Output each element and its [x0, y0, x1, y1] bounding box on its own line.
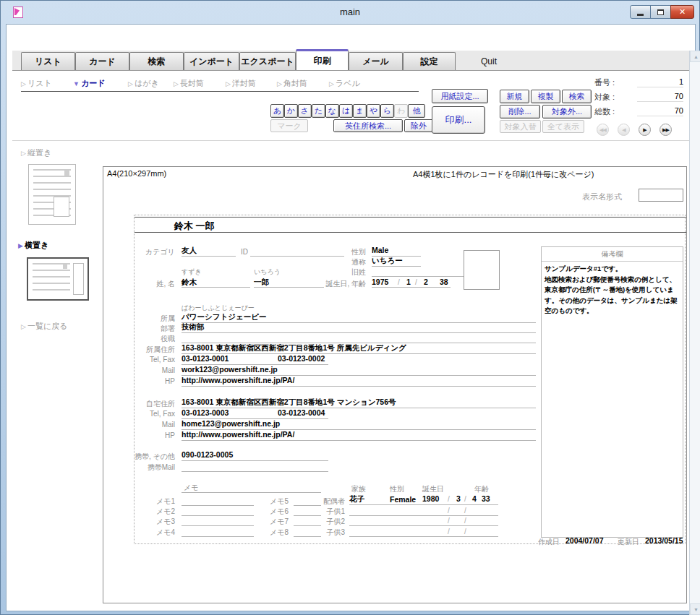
tab-settings[interactable]: 設定 [403, 52, 456, 70]
previous-record-button[interactable]: ◀ [618, 124, 630, 136]
work-address-label: 所属住所 [146, 345, 175, 355]
duplicate-record-button[interactable]: 複製 [531, 90, 560, 103]
tab-list[interactable]: リスト [21, 52, 75, 70]
print-button[interactable]: 印刷... [432, 106, 485, 134]
kana-button[interactable]: ま [353, 104, 367, 118]
subnav-hagaki[interactable]: ▷はがき [128, 78, 159, 89]
close-button[interactable]: ✕ [670, 5, 694, 19]
spouse-birth-year: 1980 [422, 494, 439, 503]
date-separator: / [448, 517, 450, 525]
tab-quit[interactable]: Quit [481, 56, 497, 66]
swap-found-set-button[interactable]: 対象入替 [500, 120, 541, 133]
record-number-value: 1 [637, 77, 683, 87]
thumbnail-marker [63, 265, 67, 269]
subnav-square-envelope[interactable]: ▷角封筒 [277, 78, 307, 89]
window-content: リスト カード 検索 インポート エクスポート 印刷 メール 設定 Quit ▷… [6, 24, 696, 611]
kana-button[interactable]: な [325, 104, 339, 118]
scroll-up-icon: ▲ [693, 54, 699, 59]
spouse-name-value: 花子 [349, 494, 364, 504]
kana-button[interactable]: ら [380, 104, 394, 118]
field-underline [349, 525, 498, 526]
home-hp-value: http://www.powershift.ne.jp/PA/ [182, 430, 294, 439]
triangle-icon: ▶ [18, 242, 23, 249]
tab-import[interactable]: インポート [184, 52, 239, 70]
tab-mail[interactable]: メール [349, 52, 403, 70]
kana-button[interactable]: た [312, 104, 325, 118]
english-address-search-button[interactable]: 英住所検索... [333, 119, 403, 132]
tab-print[interactable]: 印刷 [296, 49, 349, 70]
subnav-list[interactable]: ▷リスト [21, 78, 52, 89]
card-header-rule [135, 217, 686, 218]
scroll-up-button[interactable]: ▲ [690, 51, 700, 62]
kana-button[interactable]: わ [394, 104, 408, 118]
show-all-button[interactable]: 全て表示 [542, 120, 584, 133]
kana-other-button[interactable]: 他 [408, 104, 425, 118]
department-label: 部署 [161, 324, 175, 334]
kana-button[interactable]: は [339, 104, 353, 118]
last-record-icon: ▶▶ [662, 127, 669, 133]
next-record-button[interactable]: ▶ [639, 124, 651, 136]
exclude-button[interactable]: 除外 [404, 119, 433, 132]
date-separator: / [448, 528, 450, 536]
work-hp-value: http://www.powershift.ne.jp/PA/ [182, 376, 294, 384]
work-mail-value: work123@powershift.ne.jp [182, 365, 278, 374]
first-record-button[interactable]: ◀◀ [597, 124, 609, 136]
omit-record-button[interactable]: 対象外... [542, 105, 592, 119]
find-record-button[interactable]: 検索 [562, 90, 592, 103]
subnav-long-envelope[interactable]: ▷長封筒 [174, 78, 204, 89]
subnav-card[interactable]: ▼カード [73, 78, 105, 89]
first-record-icon: ◀◀ [599, 127, 606, 133]
scroll-down-icon: ▼ [693, 607, 699, 612]
landscape-layout-thumbnail[interactable] [27, 257, 89, 301]
tab-search[interactable]: 検索 [129, 52, 184, 70]
triangle-icon: ▼ [73, 80, 80, 87]
new-record-button[interactable]: 新規 [500, 90, 529, 103]
tab-export[interactable]: エクスポート [239, 52, 296, 70]
kana-button[interactable]: さ [298, 104, 312, 118]
department-value: 技術部 [182, 322, 205, 332]
spouse-age-value: 33 [482, 494, 490, 503]
sidebar-item-portrait[interactable]: ▷縦置き [21, 147, 51, 158]
work-address-value: 163-8001 東京都新宿区西新宿2丁目8番地1号 所属先ビルディング [182, 343, 406, 353]
subnav-label[interactable]: ▷ラベル [329, 78, 360, 89]
page-setup-button[interactable]: 用紙設定... [432, 89, 488, 103]
birth-year-value: 1975 [372, 278, 388, 286]
scroll-down-button[interactable]: ▼ [690, 603, 700, 615]
display-name-format-input[interactable] [639, 189, 683, 202]
tab-card[interactable]: カード [75, 52, 129, 70]
triangle-icon: ▷ [21, 150, 26, 157]
age-value: 38 [440, 278, 448, 286]
mark-button[interactable]: マーク [270, 119, 308, 132]
window-controls: ✕ [631, 5, 694, 19]
mobile-value: 090-0123-0005 [182, 450, 233, 459]
portrait-layout-thumbnail[interactable] [28, 164, 76, 225]
last-record-button[interactable]: ▶▶ [660, 124, 672, 136]
kana-button[interactable]: あ [270, 104, 284, 118]
found-count-label: 対象 : [594, 92, 615, 103]
gender-label: 性別 [351, 247, 366, 257]
field-underline [182, 287, 250, 288]
field-underline [250, 256, 344, 257]
sidebar-item-landscape[interactable]: ▶横置き [18, 240, 48, 251]
record-card: 鈴木 一郎 カテゴリ 友人 ID 性別 Male 通称 いちろー すずき いちろ… [134, 215, 686, 544]
tab-bar: リスト カード 検索 インポート エクスポート 印刷 メール 設定 Quit [12, 51, 690, 71]
triangle-icon: ▷ [174, 80, 179, 87]
sidebar-item-back-to-list[interactable]: ▷一覧に戻る [21, 321, 67, 332]
field-underline [182, 536, 254, 537]
delete-record-button[interactable]: 削除... [500, 105, 540, 119]
kana-button[interactable]: か [284, 104, 298, 118]
memo6-label: メモ6 [270, 507, 289, 517]
kana-button[interactable]: や [367, 104, 380, 118]
photo-placeholder [464, 250, 500, 290]
titlebar[interactable]: main ✕ [1, 1, 699, 24]
remarks-text: サンプルデータ#1です。 地図検索および郵便番号検索の例として、東京都庁の住所(… [542, 262, 683, 319]
subnav-western-envelope[interactable]: ▷洋封筒 [226, 78, 256, 89]
minimize-button[interactable] [630, 5, 651, 19]
maximize-button[interactable] [650, 5, 671, 19]
spouse-gender-value: Female [390, 495, 416, 504]
date-separator: / [464, 528, 466, 536]
id-label: ID [241, 248, 248, 256]
field-underline [182, 515, 254, 516]
total-count-value: 70 [637, 106, 683, 116]
vertical-scrollbar[interactable]: ▲ ▼ [689, 51, 700, 615]
